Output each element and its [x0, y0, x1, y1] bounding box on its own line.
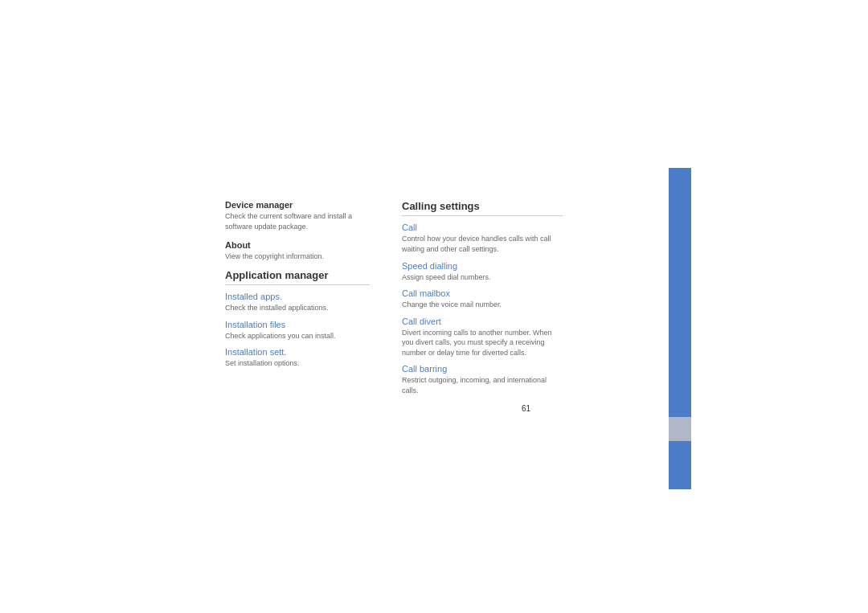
- installation-files-label[interactable]: Installation files: [225, 320, 370, 329]
- gray-bar: [669, 417, 691, 441]
- sidebar-label: settings: [695, 304, 701, 327]
- call-barring-link[interactable]: Call barring Restrict outgoing, incoming…: [402, 364, 563, 395]
- installation-sett-link[interactable]: Installation sett. Set installation opti…: [225, 347, 370, 369]
- left-column: Device manager Check the current softwar…: [225, 200, 386, 412]
- page-number: 61: [402, 404, 563, 413]
- call-mailbox-label[interactable]: Call mailbox: [402, 288, 563, 298]
- installation-files-link[interactable]: Installation files Check applications yo…: [225, 320, 370, 341]
- installation-sett-label[interactable]: Installation sett.: [225, 347, 370, 357]
- right-sidebar: [669, 168, 691, 489]
- installation-files-description: Check applications you can install.: [225, 331, 370, 341]
- calling-settings-heading: Calling settings: [402, 200, 563, 216]
- call-divert-link[interactable]: Call divert Divert incoming calls to ano…: [402, 317, 563, 358]
- call-divert-label[interactable]: Call divert: [402, 317, 563, 326]
- device-manager-section: Device manager Check the current softwar…: [225, 200, 370, 231]
- device-manager-heading: Device manager: [225, 200, 370, 210]
- blue-bar-bottom: [669, 441, 691, 489]
- installation-sett-description: Set installation options.: [225, 358, 370, 369]
- call-barring-label[interactable]: Call barring: [402, 364, 563, 374]
- about-heading: About: [225, 240, 370, 250]
- page-container: Device manager Check the current softwar…: [0, 0, 868, 613]
- call-mailbox-description: Change the voice mail number.: [402, 300, 563, 310]
- speed-dialling-link[interactable]: Speed dialling Assign speed dial numbers…: [402, 261, 563, 283]
- speed-dialling-description: Assign speed dial numbers.: [402, 272, 563, 283]
- content-area: Device manager Check the current softwar…: [225, 200, 643, 412]
- about-section: About View the copyright information.: [225, 240, 370, 262]
- blue-bar-top: [669, 168, 691, 417]
- call-label[interactable]: Call: [402, 223, 563, 232]
- call-divert-description: Divert incoming calls to another number.…: [402, 328, 563, 358]
- speed-dialling-label[interactable]: Speed dialling: [402, 261, 563, 271]
- application-manager-heading: Application manager: [225, 269, 370, 285]
- installed-apps-description: Check the installed applications.: [225, 303, 370, 313]
- installed-apps-label[interactable]: Installed apps.: [225, 292, 370, 301]
- call-link[interactable]: Call Control how your device handles cal…: [402, 223, 563, 254]
- installed-apps-link[interactable]: Installed apps. Check the installed appl…: [225, 292, 370, 313]
- right-column: Calling settings Call Control how your d…: [386, 200, 563, 412]
- call-mailbox-link[interactable]: Call mailbox Change the voice mail numbe…: [402, 288, 563, 310]
- device-manager-description: Check the current software and install a…: [225, 211, 370, 231]
- call-description: Control how your device handles calls wi…: [402, 234, 563, 254]
- about-description: View the copyright information.: [225, 251, 370, 262]
- call-barring-description: Restrict outgoing, incoming, and interna…: [402, 375, 563, 395]
